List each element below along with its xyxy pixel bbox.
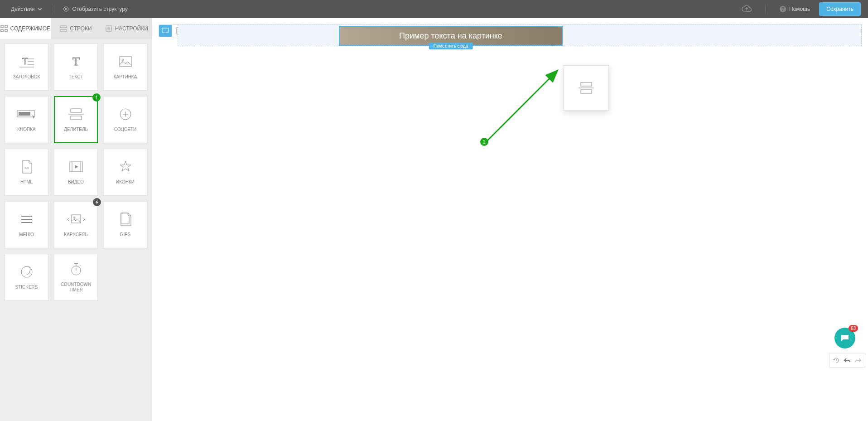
- carousel-icon: [67, 212, 85, 227]
- show-structure-button[interactable]: Отобразить структуру: [63, 6, 128, 12]
- block-label: МЕНЮ: [17, 232, 35, 237]
- block-text[interactable]: T ТЕКСТ: [54, 44, 98, 91]
- blocks-panel: T ЗАГОЛОВОК T ТЕКСТ КАРТИНКА КНОПКА 1 ДЕ…: [0, 39, 152, 305]
- svg-rect-5: [1, 29, 3, 32]
- block-label: ДЕЛИТЕЛЬ: [62, 127, 90, 132]
- chat-widget[interactable]: 63: [834, 328, 855, 348]
- heading-icon: T: [19, 54, 35, 69]
- desktop-icon: [162, 28, 169, 34]
- block-label: ИКОНКИ: [114, 179, 136, 185]
- svg-text:?: ?: [781, 6, 785, 12]
- svg-rect-43: [162, 28, 169, 32]
- drop-here-label: Поместить сюда: [429, 43, 473, 49]
- settings-icon: [105, 25, 112, 32]
- undo-icon: [844, 357, 851, 364]
- timer-icon: [70, 262, 82, 276]
- actions-dropdown[interactable]: Действия: [7, 4, 46, 14]
- svg-rect-3: [1, 25, 3, 28]
- svg-rect-22: [19, 112, 30, 116]
- cloud-upload-icon[interactable]: [742, 5, 752, 13]
- svg-line-42: [80, 265, 81, 266]
- tab-label: НАСТРОЙКИ: [115, 25, 148, 32]
- svg-rect-19: [120, 57, 131, 67]
- help-label: Помощь: [789, 6, 810, 12]
- svg-rect-23: [71, 109, 82, 112]
- sidebar-tabs: СОДЕРЖИМОЕ СТРОКИ НАСТРОЙКИ: [0, 18, 152, 39]
- actions-label: Действия: [11, 6, 35, 12]
- image-sample-text: Пример текста на картинке: [399, 31, 502, 41]
- text-icon: T: [70, 54, 82, 69]
- block-label: ВИДЕО: [66, 179, 86, 185]
- canvas-content: Пример текста на картинке Поместить сюда: [178, 24, 862, 46]
- redo-icon: [854, 357, 862, 364]
- star-icon: [119, 160, 132, 174]
- tab-label: СТРОКИ: [70, 25, 92, 32]
- block-video[interactable]: ВИДЕО: [54, 149, 98, 196]
- save-button[interactable]: Сохранить: [819, 2, 861, 16]
- chevron-down-icon: [38, 8, 42, 10]
- svg-text:T: T: [22, 56, 28, 66]
- desktop-view-button[interactable]: [159, 25, 172, 37]
- block-button[interactable]: КНОПКА: [5, 96, 48, 143]
- svg-rect-6: [5, 29, 7, 32]
- help-button[interactable]: ? Помощь: [779, 5, 810, 13]
- block-label: STICKERS: [13, 285, 39, 290]
- block-icons[interactable]: ИКОНКИ: [103, 149, 147, 196]
- tab-settings[interactable]: НАСТРОЙКИ: [101, 18, 152, 39]
- svg-point-37: [73, 217, 75, 218]
- menu-icon: [21, 212, 33, 227]
- block-heading[interactable]: T ЗАГОЛОВОК: [5, 44, 48, 91]
- block-label: КНОПКА: [15, 127, 38, 132]
- svg-line-52: [485, 70, 558, 143]
- block-carousel[interactable]: КАРУСЕЛЬ: [54, 201, 98, 248]
- tab-content[interactable]: СОДЕРЖИМОЕ: [0, 18, 51, 39]
- block-label: HTML: [19, 179, 34, 185]
- tab-rows[interactable]: СТРОКИ: [51, 18, 101, 39]
- button-icon: [17, 107, 37, 121]
- block-label: КАРУСЕЛЬ: [62, 232, 89, 237]
- html-icon: </>: [21, 160, 33, 174]
- top-toolbar: Действия Отобразить структуру ? Помощь С…: [0, 0, 868, 18]
- rows-icon: [60, 25, 67, 32]
- sidebar: СОДЕРЖИМОЕ СТРОКИ НАСТРОЙКИ T ЗАГОЛОВОК …: [0, 18, 152, 421]
- canvas-area: Пример текста на картинке Поместить сюда…: [152, 18, 868, 421]
- history-icon: [833, 357, 840, 364]
- svg-point-20: [122, 59, 124, 61]
- svg-text:T: T: [72, 55, 80, 68]
- divider-icon: [68, 107, 84, 121]
- block-label: COUNTDOWN TIMER: [54, 282, 97, 293]
- block-label: ЗАГОЛОВОК: [11, 74, 42, 80]
- dragging-divider-preview: [564, 65, 609, 111]
- image-icon: [119, 54, 132, 69]
- history-button[interactable]: [831, 355, 841, 365]
- social-icon: [119, 107, 132, 121]
- stickers-icon: [20, 265, 33, 279]
- vertical-divider: [54, 5, 54, 14]
- eye-icon: [63, 6, 70, 12]
- annotation-badge-2: 2: [480, 138, 488, 146]
- block-html[interactable]: </> HTML: [5, 149, 48, 196]
- block-social[interactable]: СОЦСЕТИ: [103, 96, 147, 143]
- svg-rect-7: [60, 26, 67, 28]
- svg-rect-50: [581, 90, 592, 93]
- svg-rect-4: [5, 25, 7, 28]
- block-image[interactable]: КАРТИНКА: [103, 44, 147, 91]
- block-label: КАРТИНКА: [112, 74, 139, 80]
- image-block-preview[interactable]: Пример текста на картинке Поместить сюда: [339, 26, 563, 46]
- undo-button[interactable]: [842, 355, 852, 365]
- svg-rect-8: [60, 29, 67, 31]
- vertical-divider: [765, 5, 766, 14]
- bolt-badge: [93, 198, 101, 206]
- redo-button[interactable]: [853, 355, 863, 365]
- drop-zone[interactable]: Пример текста на картинке Поместить сюда: [178, 24, 862, 46]
- structure-label: Отобразить структуру: [72, 6, 128, 12]
- svg-rect-48: [581, 82, 592, 86]
- block-stickers[interactable]: STICKERS: [5, 254, 48, 301]
- help-icon: ?: [779, 5, 786, 13]
- divider-icon: [578, 82, 594, 94]
- block-menu[interactable]: МЕНЮ: [5, 201, 48, 248]
- block-label: GIFS: [118, 232, 132, 237]
- block-gifs[interactable]: GIFS: [103, 201, 147, 248]
- block-divider[interactable]: 1 ДЕЛИТЕЛЬ: [54, 96, 98, 143]
- block-countdown-timer[interactable]: COUNTDOWN TIMER: [54, 254, 98, 301]
